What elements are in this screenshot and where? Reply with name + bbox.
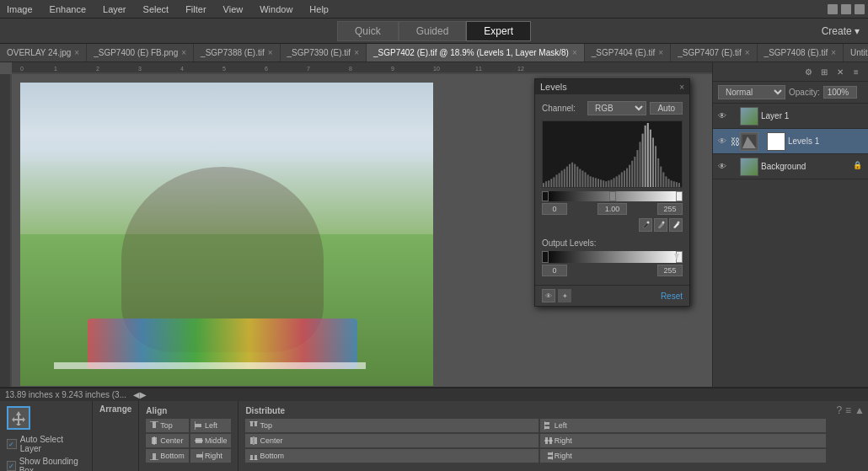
opacity-input[interactable] [823, 86, 857, 99]
dialog-titlebar[interactable]: Levels × [535, 79, 689, 94]
close-tab-sgp7402[interactable]: × [572, 48, 577, 57]
panel-icon-1[interactable]: ⚙ [801, 65, 815, 78]
svg-rect-51 [629, 165, 630, 187]
dist-top-button[interactable]: Top [245, 419, 538, 432]
menu-select[interactable]: Select [140, 4, 173, 14]
doc-tab-sgp7408[interactable]: _SGP7408 (E).tif × [758, 44, 844, 62]
layer1-visibility[interactable]: 👁 [716, 110, 728, 122]
auto-select-checkbox[interactable] [7, 439, 17, 449]
levels1-visibility[interactable]: 👁 [716, 136, 728, 147]
close-tab-sgp7400[interactable]: × [181, 48, 186, 57]
layer-row-levels1[interactable]: 👁 ⛓ Levels 1 [713, 129, 868, 154]
channel-select[interactable]: RGB Red Green Blue [587, 101, 646, 115]
input-black-field[interactable] [542, 203, 567, 215]
black-point-handle[interactable] [542, 191, 549, 201]
layer-row-background[interactable]: 👁 Background 🔒 [713, 154, 868, 179]
doc-tab-sgp7400[interactable]: _SGP7400 (E) FB.png × [87, 44, 194, 62]
reset-button[interactable]: Reset [661, 292, 683, 301]
svg-rect-37 [592, 177, 594, 187]
create-button[interactable]: Create ▾ [822, 25, 860, 37]
status-arrow-left[interactable]: ◀ [133, 390, 140, 399]
doc-tab-sgp7404[interactable]: _SGP7404 (E).tif × [585, 44, 671, 62]
align-left-button[interactable]: Left [190, 419, 232, 432]
doc-tab-sgp7402[interactable]: _SGP7402 (E).tif @ 18.9% (Levels 1, Laye… [367, 44, 585, 62]
midpoint-handle[interactable] [609, 191, 616, 201]
tab-quick[interactable]: Quick [337, 21, 399, 41]
dist-right2-button[interactable]: Right [540, 449, 827, 463]
tab-expert[interactable]: Expert [466, 21, 531, 41]
bounding-box-checkbox[interactable] [7, 461, 16, 471]
dist-bottom-button[interactable]: Bottom [245, 449, 538, 463]
menu-enhance[interactable]: Enhance [46, 4, 89, 14]
menu-window[interactable]: Window [256, 4, 296, 14]
canvas-area[interactable]: Levels × Channel: RGB Red Green Blue [12, 74, 712, 387]
svg-rect-30 [574, 164, 576, 187]
maximize-button[interactable] [841, 4, 851, 14]
close-tab-overlay[interactable]: × [74, 48, 79, 57]
output-black-handle[interactable] [542, 251, 549, 263]
dialog-title-label: Levels [540, 82, 567, 92]
menu-image[interactable]: Image [3, 4, 36, 14]
svg-rect-77 [153, 421, 156, 428]
close-tab-sgp7388[interactable]: × [268, 48, 273, 57]
dialog-footer: 👁 ✦ Reset [535, 285, 689, 306]
menu-filter[interactable]: Filter [182, 4, 209, 14]
close-tab-sgp7408[interactable]: × [831, 48, 836, 57]
doc-tab-untitled[interactable]: Untitled-1 × [844, 44, 868, 62]
layer1-thumbnail [740, 107, 758, 126]
menu-layer[interactable]: Layer [99, 4, 130, 14]
close-tab-sgp7390[interactable]: × [354, 48, 359, 57]
auto-button[interactable]: Auto [650, 102, 683, 115]
panel-close-btn[interactable]: ✕ [833, 65, 847, 78]
blend-opacity-row: Normal Multiply Screen Opacity: [713, 82, 868, 104]
doc-tab-sgp7388[interactable]: _SGP7388 (E).tif × [194, 44, 280, 62]
close-tab-sgp7404[interactable]: × [658, 48, 663, 57]
output-slider-handle[interactable] [674, 254, 679, 265]
levels1-name: Levels 1 [788, 136, 850, 146]
doc-tab-overlay[interactable]: OVERLAY 24.jpg × [0, 44, 87, 62]
expand-button[interactable]: ▲ [855, 404, 865, 416]
align-middle-button[interactable]: Middle [190, 434, 232, 447]
background-visibility[interactable]: 👁 [716, 161, 728, 173]
close-button[interactable] [855, 4, 865, 14]
close-tab-sgp7407[interactable]: × [745, 48, 750, 57]
align-top-button[interactable]: Top [146, 419, 189, 432]
dist-left-button[interactable]: Left [540, 419, 827, 432]
align-center-button[interactable]: Center [146, 434, 189, 447]
svg-rect-26 [564, 169, 565, 187]
align-right-button[interactable]: Right [190, 449, 232, 463]
svg-rect-89 [250, 421, 253, 426]
tab-guided[interactable]: Guided [399, 21, 467, 41]
dist-right-button[interactable]: Right [540, 434, 827, 447]
menu-help[interactable]: Help [306, 4, 332, 14]
svg-text:7: 7 [307, 66, 310, 72]
dist-center-button[interactable]: Center [245, 434, 538, 447]
options-button[interactable]: ≡ [845, 404, 851, 416]
panel-options-btn[interactable]: ≡ [849, 65, 863, 78]
status-arrow-right[interactable]: ▶ [140, 390, 147, 399]
svg-rect-87 [196, 454, 203, 458]
doc-tab-sgp7390[interactable]: _SGP7390 (E).tif × [281, 44, 367, 62]
output-white-field[interactable] [657, 265, 683, 276]
layer-row-layer1[interactable]: 👁 Layer 1 [713, 104, 868, 129]
preview-toggle[interactable]: 👁 [542, 289, 555, 302]
blend-mode-select[interactable]: Normal Multiply Screen [718, 85, 785, 99]
white-eyedropper[interactable] [669, 218, 683, 232]
dialog-close-button[interactable]: × [679, 83, 684, 92]
svg-text:5: 5 [222, 66, 226, 72]
align-bottom-button[interactable]: Bottom [146, 449, 189, 463]
minimize-button[interactable] [828, 4, 838, 14]
help-button[interactable]: ? [836, 404, 842, 416]
input-white-field[interactable] [657, 203, 683, 215]
gray-eyedropper[interactable] [654, 218, 667, 232]
svg-rect-34 [585, 172, 587, 187]
output-values-row [542, 265, 683, 276]
eyedropper-toggle[interactable]: ✦ [558, 289, 571, 302]
panel-icon-2[interactable]: ⊞ [817, 65, 831, 78]
output-black-field[interactable] [542, 265, 567, 276]
menu-view[interactable]: View [220, 4, 247, 14]
black-eyedropper[interactable] [639, 218, 652, 232]
doc-tab-sgp7407[interactable]: _SGP7407 (E).tif × [671, 44, 757, 62]
input-mid-field[interactable] [597, 203, 627, 215]
white-point-handle[interactable] [676, 191, 683, 201]
